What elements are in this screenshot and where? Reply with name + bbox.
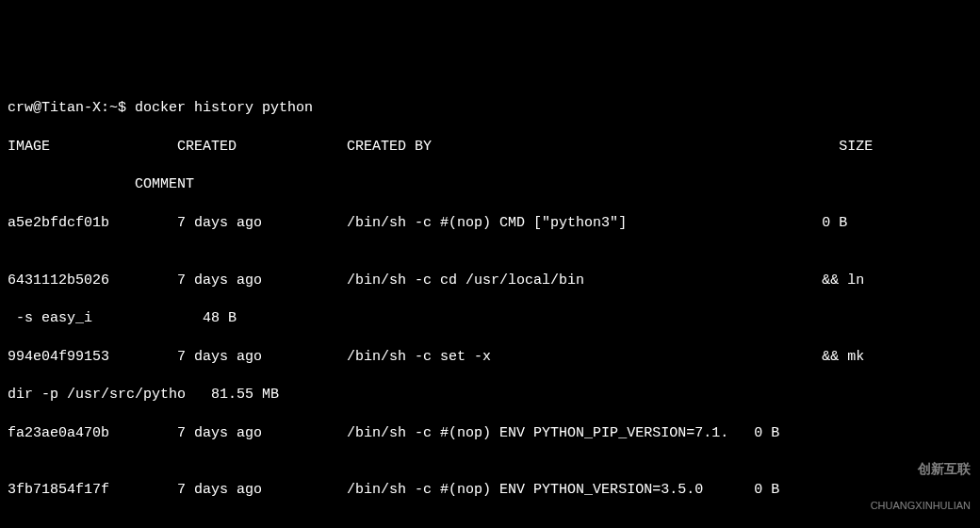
header-line2: COMMENT xyxy=(8,175,972,194)
cell-image: 6431112b5026 xyxy=(8,272,109,289)
table-row-wrap: -s easy_i 48 B xyxy=(8,309,972,328)
cell-cmd: /bin/sh -c #(nop) CMD ["python3"] xyxy=(347,215,627,231)
col-created-by: CREATED BY xyxy=(347,139,432,155)
cell-created: 7 days ago xyxy=(177,272,262,289)
cell-created: 7 days ago xyxy=(177,482,262,498)
cell-size: && mk xyxy=(822,349,864,365)
col-comment: COMMENT xyxy=(135,176,194,192)
col-created: CREATED xyxy=(177,139,237,155)
cell-created: 7 days ago xyxy=(177,215,262,231)
watermark: 创新互联 CHUANGXINHULIAN xyxy=(871,439,971,522)
cell-image: a5e2bfdcf01b xyxy=(8,215,109,231)
cell-cmd: /bin/sh -c set -x xyxy=(347,349,491,365)
prompt-line: crw@Titan-X:~$ docker history python xyxy=(8,99,972,118)
table-row: 3fb71854f17f 7 days ago /bin/sh -c #(nop… xyxy=(8,481,972,500)
col-image: IMAGE xyxy=(8,139,50,155)
table-row: a5e2bfdcf01b 7 days ago /bin/sh -c #(nop… xyxy=(8,214,972,233)
table-row-wrap: dir -p /usr/src/pytho 81.55 MB xyxy=(8,386,972,404)
watermark-sub: CHUANGXINHULIAN xyxy=(871,500,971,511)
cell-image: 3fb71854f17f xyxy=(8,482,109,498)
cell-cmd: /bin/sh -c #(nop) ENV PYTHON_PIP_VERSION… xyxy=(347,425,728,441)
table-row: 6431112b5026 7 days ago /bin/sh -c cd /u… xyxy=(8,272,972,290)
cell-size: 0 B xyxy=(754,425,779,441)
cell-image: 994e04f99153 xyxy=(8,349,109,365)
cell-image: fa23ae0a470b xyxy=(8,425,109,441)
cell-size: && ln xyxy=(822,272,864,289)
cell-created: 7 days ago xyxy=(177,425,262,441)
header-line: IMAGE CREATED CREATED BY SIZE xyxy=(8,138,972,157)
cell-size: 0 B xyxy=(822,215,847,231)
cell-cmd: /bin/sh -c #(nop) ENV PYTHON_VERSION=3.5… xyxy=(347,482,703,498)
cell-cmd: /bin/sh -c cd /usr/local/bin xyxy=(347,272,584,289)
table-row: fa23ae0a470b 7 days ago /bin/sh -c #(nop… xyxy=(8,424,972,443)
col-size: SIZE xyxy=(839,139,873,155)
table-row: 994e04f99153 7 days ago /bin/sh -c set -… xyxy=(8,348,972,367)
terminal-output: crw@Titan-X:~$ docker history python IMA… xyxy=(8,80,972,528)
watermark-brand: 创新互联 xyxy=(871,462,971,476)
cell-size: 0 B xyxy=(754,482,779,498)
cell-created: 7 days ago xyxy=(177,349,262,365)
prompt: crw@Titan-X:~$ docker history python xyxy=(8,100,313,116)
